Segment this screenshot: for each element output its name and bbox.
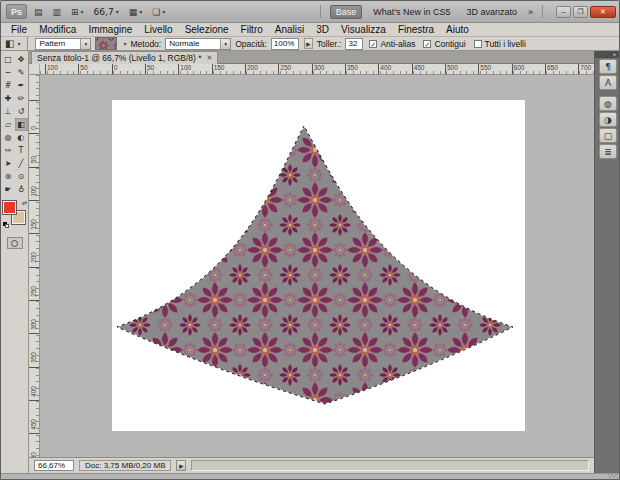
fill-source-select[interactable]: Pattern ▾ bbox=[35, 38, 91, 50]
opacity-slider-button[interactable]: ▶ bbox=[304, 38, 313, 49]
options-checkboxes: ✓Anti-alias✓ContiguiTutti i livelli bbox=[369, 39, 525, 49]
launch-bridge-icon[interactable]: ▤ bbox=[31, 5, 46, 19]
workspace-base[interactable]: Base bbox=[330, 5, 363, 19]
menu-aiuto[interactable]: Aiuto bbox=[440, 23, 475, 36]
move-tool[interactable]: ✥ bbox=[15, 53, 28, 66]
ruler-label: 300 bbox=[29, 300, 40, 330]
dock-collapse-button[interactable]: « bbox=[595, 51, 619, 58]
ps-logo[interactable]: Ps bbox=[6, 4, 27, 19]
zoom-field[interactable]: 66,67% bbox=[34, 460, 74, 471]
menu-file[interactable]: File bbox=[5, 23, 33, 36]
horizontal-scrollbar[interactable] bbox=[191, 460, 589, 471]
lasso-tool[interactable]: ∽ bbox=[2, 66, 15, 79]
paragraph-panel-icon[interactable]: ¶ bbox=[599, 59, 617, 74]
panel-measurement-icon[interactable]: ≣ bbox=[599, 144, 617, 159]
paint-bucket-tool[interactable]: ◧ bbox=[15, 118, 28, 131]
ruler-label: 600 bbox=[512, 64, 525, 75]
quick-mask-button[interactable] bbox=[7, 237, 23, 249]
window-controls: – ❐ ✕ bbox=[556, 6, 616, 18]
restore-button[interactable]: ❐ bbox=[573, 6, 588, 18]
character-panel-icon[interactable]: A bbox=[599, 75, 617, 90]
ruler-label: 100 bbox=[45, 64, 58, 75]
chevron-down-icon: ▾ bbox=[81, 8, 84, 15]
panel-3d-scene-icon[interactable]: ◍ bbox=[599, 96, 617, 111]
status-expand-button[interactable]: ▶ bbox=[176, 460, 186, 471]
menu-immagine[interactable]: Immagine bbox=[82, 23, 138, 36]
workspace-3d-avanzato[interactable]: 3D avanzato bbox=[461, 6, 522, 18]
3d-camera-tool[interactable]: ⊙ bbox=[15, 170, 28, 183]
ruler-label: 450 bbox=[412, 64, 425, 75]
workspace-what-s-new-in-cs5[interactable]: What's New in CS5 bbox=[368, 6, 455, 18]
type-tool[interactable]: T bbox=[15, 144, 28, 157]
checkbox-box[interactable]: ✓ bbox=[423, 40, 431, 48]
workspace-overflow-button[interactable]: » bbox=[528, 7, 533, 17]
healing-brush-tool[interactable]: ✚ bbox=[2, 92, 15, 105]
checkbox-label: Contigui bbox=[434, 39, 465, 49]
menu-modifica[interactable]: Modifica bbox=[33, 23, 82, 36]
view-extras-icon[interactable]: ⊞▾ bbox=[68, 5, 87, 19]
launch-minibridge-icon[interactable]: ▥ bbox=[50, 5, 65, 19]
menu-visualizza[interactable]: Visualizza bbox=[335, 23, 392, 36]
brush-tool[interactable]: ✏ bbox=[15, 92, 28, 105]
metodo-label: Metodo: bbox=[130, 39, 161, 49]
panel-3d-lights-icon[interactable]: ▢ bbox=[599, 128, 617, 143]
3d-rotate-tool[interactable]: ⊛ bbox=[2, 170, 15, 183]
checkbox-contigui[interactable]: ✓Contigui bbox=[423, 39, 465, 49]
checkbox-anti-alias[interactable]: ✓Anti-alias bbox=[369, 39, 415, 49]
ruler-label: 0 bbox=[29, 100, 40, 130]
canvas-viewport[interactable] bbox=[40, 75, 594, 457]
ruler-corner bbox=[29, 64, 40, 75]
opacity-input[interactable]: 100% bbox=[271, 38, 299, 50]
checkbox-box[interactable]: ✓ bbox=[369, 40, 377, 48]
fill-source-value: Pattern bbox=[36, 39, 80, 49]
chevron-down-icon: ▾ bbox=[139, 8, 142, 15]
screen-mode-icon[interactable]: ❏▾ bbox=[149, 5, 168, 19]
canvas-svg bbox=[40, 75, 594, 457]
grid-icon: ⊞ bbox=[71, 7, 79, 17]
blur-tool[interactable]: ◍ bbox=[2, 131, 15, 144]
history-brush-tool[interactable]: ↺ bbox=[15, 105, 28, 118]
path-selection-tool[interactable]: ➤ bbox=[2, 157, 15, 170]
menu-livello[interactable]: Livello bbox=[138, 23, 178, 36]
foreground-color-swatch[interactable] bbox=[3, 201, 16, 214]
quick-selection-tool[interactable]: ✎ bbox=[15, 66, 28, 79]
hand-tool[interactable]: ☛ bbox=[2, 183, 15, 196]
ruler-label: 100 bbox=[29, 167, 40, 197]
tab-close-icon[interactable]: ✕ bbox=[207, 54, 213, 62]
pattern-picker-swatch[interactable] bbox=[95, 37, 117, 50]
menu-analisi[interactable]: Analisi bbox=[269, 23, 310, 36]
menu-filtro[interactable]: Filtro bbox=[235, 23, 269, 36]
rectangular-marquee-tool[interactable]: □ bbox=[2, 53, 15, 66]
photoshop-window: Ps ▤ ▥ ⊞▾ 66,7▾ ▦▾ ❏▾ BaseWhat's New in … bbox=[0, 0, 620, 480]
eyedropper-tool[interactable]: ✒ bbox=[15, 79, 28, 92]
close-button[interactable]: ✕ bbox=[590, 6, 616, 18]
swap-colors-icon[interactable]: ⇄ bbox=[22, 199, 27, 206]
resize-grip[interactable] bbox=[608, 474, 618, 478]
panel-dock: « ¶A◍◑▢≣ bbox=[594, 51, 619, 473]
dodge-tool[interactable]: ◐ bbox=[15, 131, 28, 144]
shape-tool[interactable]: ╱ bbox=[15, 157, 28, 170]
menu-finestra[interactable]: Finestra bbox=[392, 23, 440, 36]
options-bar: ◧ ▾ Pattern ▾ ▾ Metodo: Normale ▾ Opacit… bbox=[1, 37, 620, 51]
crop-tool[interactable]: # bbox=[2, 79, 15, 92]
menu-selezione[interactable]: Selezione bbox=[179, 23, 235, 36]
checkbox-tutti-i-livelli[interactable]: Tutti i livelli bbox=[474, 39, 526, 49]
blend-mode-select[interactable]: Normale ▾ bbox=[165, 38, 231, 50]
checkbox-box[interactable] bbox=[474, 40, 482, 48]
tolerance-input[interactable]: 32 bbox=[345, 38, 363, 50]
default-colors-icon[interactable] bbox=[3, 222, 11, 229]
minimize-button[interactable]: – bbox=[556, 6, 571, 18]
document-tab[interactable]: Senza titolo-1 @ 66,7% (Livello 1, RGB/8… bbox=[31, 51, 218, 64]
ruler-label: 100 bbox=[178, 64, 191, 75]
menu-3d[interactable]: 3D bbox=[310, 23, 335, 36]
ruler-label: 0 bbox=[112, 64, 118, 75]
zoom-level-control[interactable]: 66,7▾ bbox=[91, 5, 122, 19]
clone-stamp-tool[interactable]: ⊥ bbox=[2, 105, 15, 118]
arrange-documents-icon[interactable]: ▦▾ bbox=[126, 5, 146, 19]
pen-tool[interactable]: ✑ bbox=[2, 144, 15, 157]
current-tool-button[interactable]: ◧ ▾ bbox=[5, 38, 20, 49]
zoom-level-value: 66,7 bbox=[94, 7, 114, 17]
panel-3d-materials-icon[interactable]: ◑ bbox=[599, 112, 617, 127]
eraser-tool[interactable]: ▱ bbox=[2, 118, 15, 131]
zoom-tool[interactable]: ♁ bbox=[15, 183, 28, 196]
